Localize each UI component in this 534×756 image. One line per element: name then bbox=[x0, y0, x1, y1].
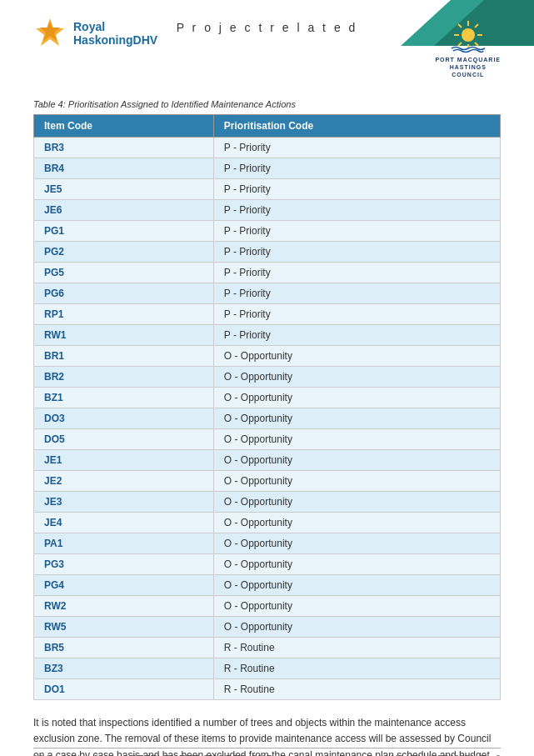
item-code-cell: DO5 bbox=[34, 429, 214, 450]
svg-line-12 bbox=[458, 43, 462, 46]
prioritisation-table: Item Code Prioritisation Code BR3P - Pri… bbox=[33, 114, 501, 700]
main-content: Table 4: Prioritisation Assigned to Iden… bbox=[0, 91, 534, 756]
item-code-cell: PG2 bbox=[34, 242, 214, 263]
prioritisation-code-cell: O - Opportunity bbox=[213, 513, 500, 533]
table-row: PG4O - Opportunity bbox=[34, 575, 501, 596]
table-row: BR5R - Routine bbox=[34, 638, 501, 658]
prioritisation-code-cell: O - Opportunity bbox=[213, 367, 500, 388]
prioritisation-code-cell: P - Priority bbox=[213, 283, 500, 304]
table-row: BZ3R - Routine bbox=[34, 658, 501, 679]
item-code-cell: JE3 bbox=[34, 492, 214, 513]
prioritisation-code-cell: P - Priority bbox=[213, 304, 500, 325]
prioritisation-code-cell: O - Opportunity bbox=[213, 471, 500, 492]
table-row: PG5P - Priority bbox=[34, 263, 501, 283]
prioritisation-code-cell: P - Priority bbox=[213, 158, 500, 179]
prioritisation-code-cell: P - Priority bbox=[213, 325, 500, 346]
rhdhv-logo-text: Royal HaskoningDHV bbox=[73, 20, 157, 47]
prioritisation-code-cell: O - Opportunity bbox=[213, 533, 500, 554]
table-row: JE4O - Opportunity bbox=[34, 513, 501, 533]
logo-left: Royal HaskoningDHV bbox=[33, 17, 157, 50]
item-code-cell: JE6 bbox=[34, 200, 214, 221]
item-code-cell: BR4 bbox=[34, 158, 214, 179]
table-header-row: Item Code Prioritisation Code bbox=[34, 115, 501, 138]
page-title: P r o j e c t r e l a t e d bbox=[177, 21, 358, 34]
table-row: DO1R - Routine bbox=[34, 679, 501, 700]
prioritisation-code-cell: R - Routine bbox=[213, 658, 500, 679]
item-code-cell: PG5 bbox=[34, 263, 214, 283]
item-code-cell: BR5 bbox=[34, 638, 214, 658]
prioritisation-code-cell: O - Opportunity bbox=[213, 429, 500, 450]
table-row: BR1O - Opportunity bbox=[34, 346, 501, 367]
rhdhv-logo-icon bbox=[33, 17, 67, 50]
svg-line-9 bbox=[458, 24, 462, 28]
prioritisation-code-cell: O - Opportunity bbox=[213, 450, 500, 471]
item-code-cell: JE5 bbox=[34, 179, 214, 200]
table-row: RW1P - Priority bbox=[34, 325, 501, 346]
prioritisation-code-cell: P - Priority bbox=[213, 138, 500, 158]
pm-logo-icon bbox=[443, 17, 493, 54]
prioritisation-code-cell: P - Priority bbox=[213, 179, 500, 200]
table-row: PG2P - Priority bbox=[34, 242, 501, 263]
table-row: BR4P - Priority bbox=[34, 158, 501, 179]
table-caption: Table 4: Prioritisation Assigned to Iden… bbox=[33, 99, 501, 109]
page-footer: 18 September 2017 SETTLEMENT SHORES CMP … bbox=[33, 748, 501, 756]
table-row: DO5O - Opportunity bbox=[34, 429, 501, 450]
svg-line-11 bbox=[475, 24, 478, 28]
item-code-cell: RW5 bbox=[34, 617, 214, 638]
item-code-cell: PG4 bbox=[34, 575, 214, 596]
table-row: PG6P - Priority bbox=[34, 283, 501, 304]
col-header-prioritisation-code: Prioritisation Code bbox=[213, 115, 500, 138]
prioritisation-code-cell: O - Opportunity bbox=[213, 554, 500, 575]
prioritisation-code-cell: P - Priority bbox=[213, 242, 500, 263]
prioritisation-code-cell: O - Opportunity bbox=[213, 596, 500, 617]
prioritisation-code-cell: O - Opportunity bbox=[213, 492, 500, 513]
item-code-cell: JE2 bbox=[34, 471, 214, 492]
item-code-cell: BR2 bbox=[34, 367, 214, 388]
table-row: PG3O - Opportunity bbox=[34, 554, 501, 575]
item-code-cell: JE4 bbox=[34, 513, 214, 533]
table-row: JE3O - Opportunity bbox=[34, 492, 501, 513]
item-code-cell: RP1 bbox=[34, 304, 214, 325]
table-row: BZ1O - Opportunity bbox=[34, 388, 501, 408]
prioritisation-code-cell: R - Routine bbox=[213, 638, 500, 658]
prioritisation-code-cell: P - Priority bbox=[213, 200, 500, 221]
item-code-cell: DO1 bbox=[34, 679, 214, 700]
prioritisation-code-cell: O - Opportunity bbox=[213, 388, 500, 408]
table-row: RW2O - Opportunity bbox=[34, 596, 501, 617]
prioritisation-code-cell: O - Opportunity bbox=[213, 346, 500, 367]
table-row: JE2O - Opportunity bbox=[34, 471, 501, 492]
table-row: RP1P - Priority bbox=[34, 304, 501, 325]
table-row: JE5P - Priority bbox=[34, 179, 501, 200]
prioritisation-code-cell: R - Routine bbox=[213, 679, 500, 700]
item-code-cell: PG1 bbox=[34, 221, 214, 242]
item-code-cell: PA1 bbox=[34, 533, 214, 554]
item-code-cell: BZ1 bbox=[34, 388, 214, 408]
table-row: PA1O - Opportunity bbox=[34, 533, 501, 554]
table-row: DO3O - Opportunity bbox=[34, 408, 501, 429]
item-code-cell: RW1 bbox=[34, 325, 214, 346]
logo-right: PORT MACQUARIE HASTINGS COUNCIL bbox=[435, 17, 501, 78]
pm-logo-text: PORT MACQUARIE HASTINGS COUNCIL bbox=[435, 56, 501, 78]
prioritisation-code-cell: O - Opportunity bbox=[213, 575, 500, 596]
item-code-cell: RW2 bbox=[34, 596, 214, 617]
item-code-cell: BZ3 bbox=[34, 658, 214, 679]
table-row: JE1O - Opportunity bbox=[34, 450, 501, 471]
item-code-cell: PG3 bbox=[34, 554, 214, 575]
prioritisation-code-cell: P - Priority bbox=[213, 221, 500, 242]
table-row: JE6P - Priority bbox=[34, 200, 501, 221]
prioritisation-code-cell: P - Priority bbox=[213, 263, 500, 283]
col-header-item-code: Item Code bbox=[34, 115, 214, 138]
table-row: BR2O - Opportunity bbox=[34, 367, 501, 388]
prioritisation-code-cell: O - Opportunity bbox=[213, 408, 500, 429]
item-code-cell: PG6 bbox=[34, 283, 214, 304]
item-code-cell: BR1 bbox=[34, 346, 214, 367]
table-row: PG1P - Priority bbox=[34, 221, 501, 242]
item-code-cell: JE1 bbox=[34, 450, 214, 471]
table-row: BR3P - Priority bbox=[34, 138, 501, 158]
prioritisation-code-cell: O - Opportunity bbox=[213, 617, 500, 638]
item-code-cell: BR3 bbox=[34, 138, 214, 158]
svg-line-10 bbox=[475, 43, 478, 46]
svg-point-4 bbox=[462, 28, 475, 42]
item-code-cell: DO3 bbox=[34, 408, 214, 429]
table-row: RW5O - Opportunity bbox=[34, 617, 501, 638]
